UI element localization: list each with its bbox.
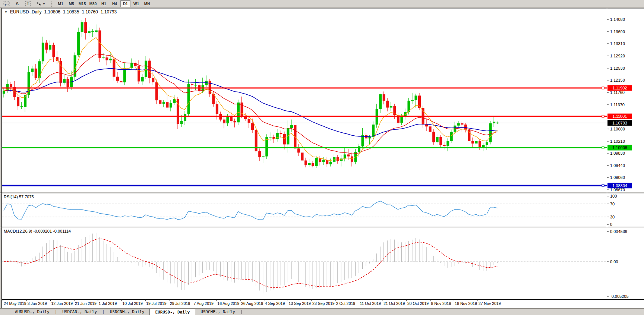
candle-body bbox=[337, 157, 339, 161]
candle-body bbox=[35, 69, 37, 78]
tab-separator: | bbox=[55, 309, 57, 315]
price-level-badge[interactable]: 1.11001 bbox=[607, 114, 632, 119]
timeframe-button-h4[interactable]: H4 bbox=[110, 0, 120, 7]
candle-body bbox=[429, 126, 432, 132]
candle-body bbox=[386, 101, 389, 108]
candle-body bbox=[148, 61, 151, 78]
symbol-period-label: EURUSD-,Daily bbox=[10, 9, 42, 15]
candle-body bbox=[383, 94, 385, 101]
candle-body bbox=[439, 137, 442, 145]
macd-tick-label: 0.004536 bbox=[610, 229, 627, 234]
candle-body bbox=[457, 123, 460, 126]
svg-text:1.11001: 1.11001 bbox=[613, 114, 627, 119]
candle-body bbox=[145, 61, 147, 77]
price-chart-surface[interactable]: 1.140801.136901.133101.129201.125301.121… bbox=[0, 0, 644, 315]
timeframe-button-m5[interactable]: M5 bbox=[66, 0, 76, 7]
candle-body bbox=[326, 160, 328, 164]
candle-body bbox=[138, 66, 140, 82]
price-level-badge[interactable]: 1.10008 bbox=[607, 145, 632, 151]
date-label: 26 Aug 2019 bbox=[241, 301, 263, 306]
candle-body bbox=[347, 154, 350, 156]
line-handle[interactable] bbox=[602, 185, 604, 187]
candle-body bbox=[258, 151, 261, 157]
candle-body bbox=[443, 145, 446, 146]
line-handle[interactable] bbox=[602, 115, 604, 117]
timeframe-button-d1[interactable]: D1 bbox=[120, 0, 130, 7]
price-tick-label: 1.11370 bbox=[610, 103, 625, 107]
timeframe-buttons: M1M5M15M30H1H4D1W1MN bbox=[55, 0, 152, 7]
arrow-styles-icon[interactable]: ▼ bbox=[34, 1, 47, 7]
candle-body bbox=[251, 123, 254, 130]
date-label: 29 Jul 2019 bbox=[170, 301, 190, 306]
candle-body bbox=[486, 142, 488, 145]
date-label: 24 May 2019 bbox=[4, 301, 26, 306]
ohlc-open: 1.10806 bbox=[44, 9, 60, 15]
date-label: 27 Nov 2019 bbox=[479, 301, 501, 306]
candle-body bbox=[49, 45, 51, 50]
candle-body bbox=[248, 119, 250, 123]
date-label: 7 Aug 2019 bbox=[194, 301, 214, 306]
candle-body bbox=[10, 84, 12, 87]
price-level-badge[interactable]: 1.08804 bbox=[607, 183, 632, 188]
price-tick-label: 1.12150 bbox=[610, 78, 625, 82]
candle-body bbox=[489, 123, 492, 142]
ohlc-low: 1.10760 bbox=[82, 9, 98, 15]
candle-body bbox=[425, 125, 428, 126]
chevron-down-icon: ▼ bbox=[42, 2, 45, 6]
date-label: 16 Aug 2019 bbox=[217, 301, 239, 306]
text-icon[interactable]: T bbox=[23, 1, 32, 7]
rsi-tick-label: 100 bbox=[610, 194, 617, 198]
timeframe-button-h1[interactable]: H1 bbox=[99, 0, 109, 7]
candle-body bbox=[105, 57, 108, 60]
date-label: 4 Sep 2019 bbox=[265, 301, 285, 306]
symbol-tab-audusd[interactable]: AUDUSD-, Daily bbox=[10, 309, 55, 315]
candle-body bbox=[276, 133, 279, 139]
fibonacci-icon[interactable]: F bbox=[2, 1, 11, 7]
candle-body bbox=[159, 100, 161, 104]
date-label: 3 Jun 2019 bbox=[28, 301, 47, 306]
date-label: 8 Nov 2019 bbox=[431, 301, 451, 306]
collapse-triangle-icon[interactable]: ▼ bbox=[4, 10, 7, 14]
timeframe-button-m1[interactable]: M1 bbox=[56, 0, 66, 7]
symbol-tab-usdchf[interactable]: USDCHF-, Daily bbox=[195, 309, 240, 315]
symbol-tab-usdcad[interactable]: USDCAD-, Daily bbox=[57, 309, 102, 315]
candle-body bbox=[369, 137, 371, 138]
terminal-window: F A T ▼ M1M5M15M30H1H4D1W1MN 1.140801.13… bbox=[0, 0, 644, 315]
symbol-tab-eurusd[interactable]: EURUSD-, Daily bbox=[149, 309, 195, 315]
date-label: 12 Jun 2019 bbox=[51, 301, 73, 306]
label-icon[interactable]: A bbox=[13, 1, 22, 7]
candle-body bbox=[109, 59, 112, 60]
date-label: 19 Jul 2019 bbox=[146, 301, 166, 306]
line-handle[interactable] bbox=[602, 147, 604, 149]
date-label: 2 Oct 2019 bbox=[336, 301, 356, 306]
candle-body bbox=[216, 104, 218, 114]
candle-body bbox=[479, 141, 481, 148]
candle-body bbox=[102, 57, 105, 58]
candle-body bbox=[312, 163, 314, 166]
price-level-badge[interactable]: 1.11902 bbox=[607, 85, 632, 91]
date-label: 11 Oct 2019 bbox=[360, 301, 381, 306]
timeframe-button-m30[interactable]: M30 bbox=[88, 0, 98, 7]
timeframe-button-mn[interactable]: MN bbox=[142, 0, 152, 7]
candle-body bbox=[67, 79, 69, 87]
candle-body bbox=[436, 137, 439, 142]
date-label: 13 Sep 2019 bbox=[288, 301, 311, 306]
rsi-tick-label: 30 bbox=[610, 215, 615, 219]
timeframe-button-m15[interactable]: M15 bbox=[77, 0, 87, 7]
timeframe-button-w1[interactable]: W1 bbox=[131, 0, 141, 7]
svg-text:F: F bbox=[5, 3, 7, 7]
price-tick-label: 1.13310 bbox=[610, 41, 625, 46]
candle-body bbox=[414, 95, 417, 100]
candle-body bbox=[31, 69, 34, 72]
candle-body bbox=[3, 91, 5, 94]
price-tick-label: 1.09830 bbox=[610, 151, 625, 155]
line-handle[interactable] bbox=[602, 87, 604, 89]
symbol-tab-usdcnh[interactable]: USDCNH-, Daily bbox=[105, 309, 150, 315]
chart-title: ▼ EURUSD-,Daily 1.10806 1.10835 1.10760 … bbox=[4, 9, 117, 15]
svg-text:1.10793: 1.10793 bbox=[612, 121, 627, 125]
candle-body bbox=[191, 84, 193, 85]
price-tick-label: 1.09060 bbox=[610, 175, 625, 180]
current-price-badge[interactable]: 1.10793 bbox=[607, 120, 632, 126]
candle-body bbox=[450, 132, 453, 141]
fibonacci-icon-glyph: F bbox=[3, 1, 10, 7]
